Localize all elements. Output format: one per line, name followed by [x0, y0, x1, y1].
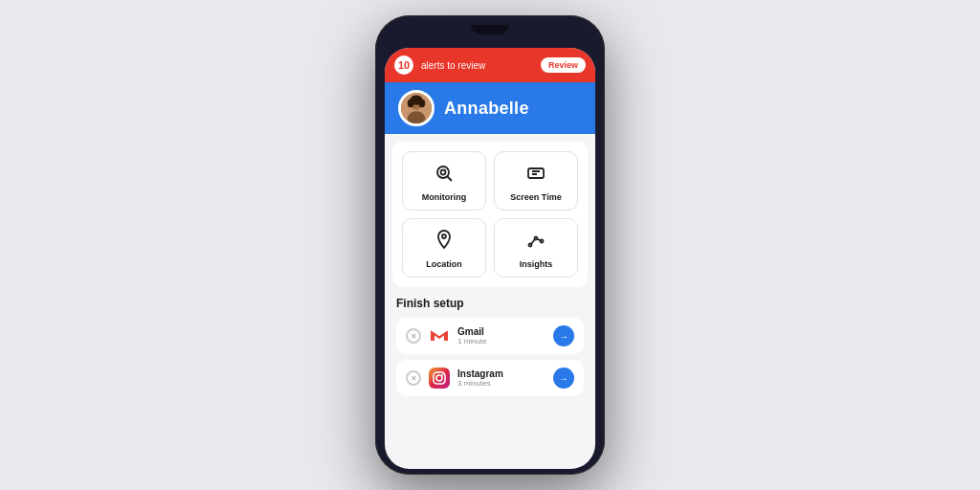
insights-card[interactable]: Insights: [494, 218, 578, 278]
svg-point-21: [442, 374, 444, 376]
svg-line-17: [537, 239, 540, 241]
svg-point-4: [408, 100, 414, 107]
insights-label: Insights: [520, 259, 553, 269]
phone-notch-inner: [471, 25, 509, 34]
gmail-info: Gmail 1 minute: [457, 326, 546, 345]
gmail-setup-item[interactable]: ✕ Gmail 1 minute →: [396, 318, 584, 354]
screen-time-label: Screen Time: [510, 192, 561, 202]
phone-notch: [457, 25, 523, 42]
finish-setup-section: Finish setup ✕ Gmail 1 minute →: [385, 287, 595, 408]
monitoring-icon: [433, 162, 456, 188]
svg-rect-9: [528, 168, 544, 178]
svg-point-13: [529, 244, 532, 247]
alert-text: alerts to review: [421, 60, 533, 71]
svg-point-12: [442, 234, 446, 238]
instagram-info: Instagram 3 minutes: [457, 368, 546, 388]
screen-time-icon: [524, 162, 547, 188]
profile-name: Annabelle: [444, 99, 529, 119]
grid-section: Monitoring Screen Time: [392, 142, 588, 287]
gmail-arrow-button[interactable]: →: [553, 325, 574, 346]
svg-line-7: [448, 177, 453, 182]
profile-header: Annabelle: [385, 82, 595, 134]
gmail-icon: [429, 325, 450, 346]
location-icon: [433, 229, 456, 255]
svg-point-5: [419, 100, 426, 107]
svg-point-15: [541, 240, 544, 243]
svg-point-6: [437, 167, 449, 178]
instagram-app-name: Instagram: [457, 368, 546, 379]
instagram-arrow-button[interactable]: →: [553, 368, 574, 389]
instagram-setup-item[interactable]: ✕ Instagram 3 minutes →: [396, 360, 584, 396]
svg-point-20: [436, 375, 442, 381]
avatar-svg: [401, 90, 432, 126]
monitoring-label: Monitoring: [422, 192, 467, 202]
gmail-uncheck-icon: ✕: [406, 328, 421, 344]
phone-screen: 10 alerts to review Review: [385, 48, 595, 469]
avatar-face: [401, 93, 432, 123]
instagram-uncheck-icon: ✕: [406, 370, 421, 386]
alert-count: 10: [394, 56, 413, 75]
gmail-app-time: 1 minute: [457, 337, 546, 345]
avatar: [398, 90, 434, 126]
finish-setup-title: Finish setup: [396, 297, 584, 310]
instagram-icon: [429, 368, 450, 389]
svg-point-2: [408, 111, 426, 125]
svg-line-16: [531, 239, 534, 243]
location-card[interactable]: Location: [402, 218, 486, 278]
svg-point-14: [535, 237, 538, 240]
gmail-app-name: Gmail: [457, 326, 546, 337]
alert-banner: 10 alerts to review Review: [385, 48, 595, 82]
monitoring-card[interactable]: Monitoring: [402, 151, 486, 211]
svg-point-8: [441, 170, 446, 175]
location-label: Location: [426, 259, 462, 269]
phone-shell: 10 alerts to review Review: [375, 15, 605, 475]
screen-time-card[interactable]: Screen Time: [494, 151, 578, 211]
insights-icon: [524, 229, 547, 255]
review-button[interactable]: Review: [541, 57, 586, 73]
instagram-app-time: 3 minutes: [457, 379, 546, 388]
